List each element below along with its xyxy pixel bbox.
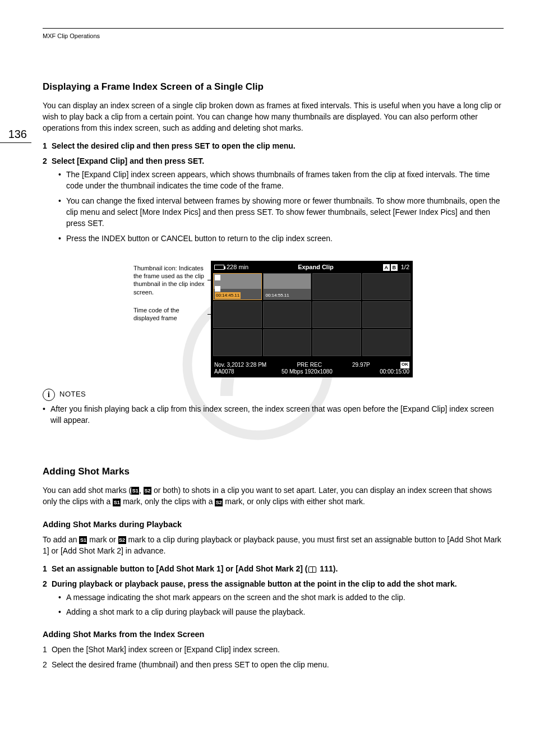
thumbnail: [213, 329, 262, 356]
shot-mark-2-icon: S2: [118, 536, 126, 544]
bullet: Adding a shot mark to a clip during play…: [58, 606, 504, 617]
callout-thumbnail-icon: Thumbnail icon: Indicates the frame used…: [133, 264, 206, 296]
battery-min: 228 min: [227, 263, 248, 272]
screen-prerec: PRE REC: [297, 362, 321, 368]
shot-mark-2-icon: S2: [144, 487, 151, 495]
figure: Thumbnail icon: Indicates the frame used…: [43, 261, 504, 377]
selection-icon: [215, 275, 220, 280]
subsection-title-index-screen: Adding Shot Marks from the Index Screen: [43, 629, 504, 640]
shot-mark-1-icon: S1: [113, 499, 121, 506]
sub2-step-2-text: Select the desired frame (thumbnail) and…: [52, 660, 329, 669]
battery-icon: [214, 265, 224, 270]
screen-clipid: AA0078: [214, 368, 234, 375]
section-title-shot-marks: Adding Shot Marks: [43, 465, 504, 479]
step-2-text: Select [Expand Clip] and then press SET.: [52, 156, 204, 165]
step-1: 1 Select the desired clip and then press…: [43, 140, 504, 151]
info-icon: i: [43, 389, 55, 401]
ok-badge: OK: [400, 362, 409, 368]
screen-title: Expand Clip: [298, 263, 334, 272]
page-indicator: 1/2: [401, 263, 409, 272]
step-1-text: Select the desired clip and then press S…: [52, 141, 296, 150]
thumbnail: [362, 273, 411, 300]
bullet: The [Expand Clip] index screen appears, …: [58, 169, 504, 192]
thumbnail: [362, 301, 411, 328]
screen-date: Nov. 3,2012 3:28 PM: [214, 362, 266, 368]
thumbnail: [213, 301, 262, 328]
running-header: MXF Clip Operations: [43, 32, 504, 41]
header-rule: [43, 28, 504, 29]
thumb-timecode: 00:14:55.11: [265, 292, 290, 299]
camera-screen: 228 min Expand Clip AB 1/2 00:14:45.11: [211, 261, 413, 377]
thumbnail: [312, 329, 361, 356]
section1-intro: You can display an index screen of a sin…: [43, 100, 504, 134]
page-number: 136: [0, 126, 31, 143]
shot-mark-1-icon: S1: [79, 536, 87, 544]
sub1-intro: To add an S1 mark or S2 mark to a clip d…: [43, 534, 504, 557]
notes-item: After you finish playing back a clip fro…: [43, 403, 504, 426]
thumbnail: 00:14:55.11: [263, 273, 312, 300]
bullet: A message indicating the shot mark appea…: [58, 592, 504, 603]
thumbnail: 00:14:45.11: [213, 273, 262, 300]
thumbnail: [312, 273, 361, 300]
bullet: You can change the fixed interval betwee…: [58, 195, 504, 229]
notes-label: NOTES: [59, 389, 86, 400]
thumbnail: [263, 329, 312, 356]
thumbnail: [312, 301, 361, 328]
page-ref-icon: [308, 566, 316, 573]
sub1-step-2: 2 During playback or playback pause, pre…: [43, 578, 504, 618]
sub1-step-2-text: During playback or playback pause, press…: [52, 579, 457, 588]
sub2-step-1: 1 Open the [Shot Mark] index screen or […: [43, 644, 504, 655]
step-2: 2 Select [Expand Clip] and then press SE…: [43, 155, 504, 244]
clip-thumbnail-icon: [215, 286, 220, 292]
screen-format: 50 Mbps 1920x1080: [282, 368, 333, 375]
sub1-step-1: 1 Set an assignable button to [Add Shot …: [43, 563, 504, 574]
screen-fps: 29.97P: [352, 362, 370, 368]
sub2-step-2: 2 Select the desired frame (thumbnail) a…: [43, 659, 504, 670]
thumb-timecode: 00:14:45.11: [215, 292, 241, 299]
shot-mark-1-icon: S1: [131, 487, 139, 495]
thumbnail: [263, 301, 312, 328]
callout-timecode: Time code of the displayed frame: [133, 306, 206, 322]
sub2-step-1-text: Open the [Shot Mark] index screen or [Ex…: [52, 645, 280, 654]
section-title-frame-index: Displaying a Frame Index Screen of a Sin…: [43, 80, 504, 94]
shot-mark-2-icon: S2: [215, 499, 223, 506]
subsection-title-playback: Adding Shot Marks during Playback: [43, 519, 504, 531]
ab-icon: AB: [383, 264, 398, 271]
section2-intro: You can add shot marks (S1, S2 or both) …: [43, 485, 504, 508]
screen-timecode: 00:00:15:00: [380, 368, 409, 375]
bullet: Press the INDEX button or CANCEL button …: [58, 233, 504, 244]
thumbnail: [362, 329, 411, 356]
